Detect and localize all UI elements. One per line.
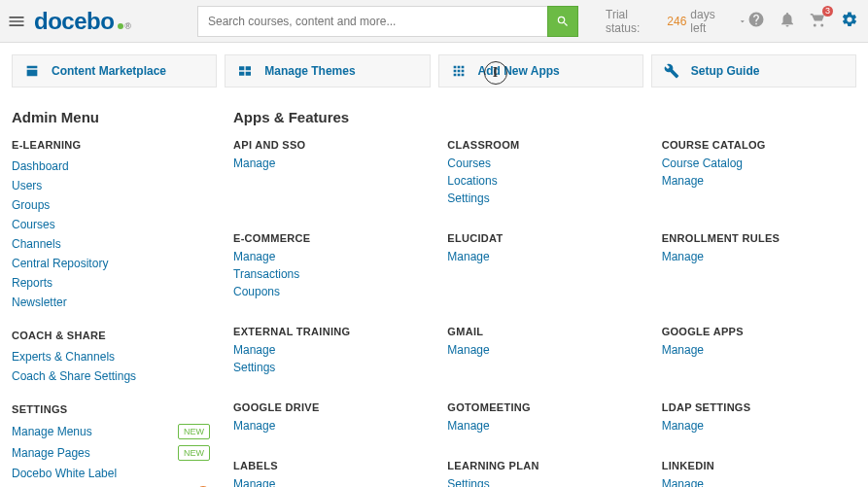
new-tag: NEW xyxy=(178,424,210,439)
feature-link[interactable]: Manage xyxy=(447,341,642,359)
add-new-apps-card[interactable]: Add New Apps I xyxy=(438,54,643,87)
feature-block: EXTERNAL TRAININGManageSettings xyxy=(233,326,428,376)
help-button[interactable] xyxy=(747,11,765,31)
search-icon xyxy=(556,15,570,28)
feature-block: CLASSROOMCoursesLocationsSettings xyxy=(447,139,642,207)
feature-link[interactable]: Manage xyxy=(233,248,428,265)
hamburger-menu-button[interactable] xyxy=(0,12,32,31)
sidebar-item: Manage PagesNEW xyxy=(12,442,210,464)
feature-block: LEARNING PLANSettingsManage xyxy=(447,460,642,487)
logo[interactable]: docebo ® xyxy=(32,8,139,35)
feature-title: COURSE CATALOG xyxy=(662,139,856,151)
card-label: Manage Themes xyxy=(264,64,355,78)
feature-title: GOTOMEETING xyxy=(447,401,642,413)
settings-button[interactable] xyxy=(841,11,858,31)
feature-block: ELUCIDATManage xyxy=(447,232,642,300)
sidebar-item: Courses xyxy=(12,215,210,234)
feature-link[interactable]: Settings xyxy=(447,475,642,487)
sidebar-link[interactable]: Reports xyxy=(12,276,52,290)
sidebar-item: Dashboard xyxy=(12,157,210,176)
sidebar-link[interactable]: Courses xyxy=(12,218,55,231)
themes-icon xyxy=(237,63,253,79)
cart-button[interactable]: 3 xyxy=(810,11,827,31)
notifications-button[interactable] xyxy=(779,11,796,31)
feature-link[interactable]: Settings xyxy=(233,359,428,376)
sidebar-item: Channels xyxy=(12,234,210,254)
cart-badge: 3 xyxy=(822,6,833,17)
feature-link[interactable]: Manage xyxy=(447,417,642,435)
sidebar-link[interactable]: Experts & Channels xyxy=(12,350,115,364)
features-grid: API AND SSOManageCLASSROOMCoursesLocatio… xyxy=(233,139,856,487)
trial-prefix: Trial status: xyxy=(606,8,663,35)
feature-link[interactable]: Manage xyxy=(662,341,856,359)
sidebar-item: Experts & Channels xyxy=(12,347,210,366)
feature-title: E-COMMERCE xyxy=(233,232,428,244)
hamburger-icon xyxy=(7,12,26,31)
feature-link[interactable]: Manage xyxy=(662,475,856,487)
sidebar-link[interactable]: Docebo White Label xyxy=(12,467,117,480)
feature-link[interactable]: Courses xyxy=(447,155,642,172)
card-label: Add New Apps xyxy=(478,64,560,78)
feature-block: GMAILManage xyxy=(447,326,642,376)
sidebar-link[interactable]: Manage Menus xyxy=(12,425,92,438)
feature-link[interactable]: Manage xyxy=(233,155,428,172)
feature-link[interactable]: Manage xyxy=(447,248,642,265)
logo-dot xyxy=(118,23,123,29)
new-tag: NEW xyxy=(178,445,210,461)
sidebar-link[interactable]: Groups xyxy=(12,198,50,212)
trial-status[interactable]: Trial status: 246 days left xyxy=(606,8,747,35)
sidebar-item: Coach & Share Settings xyxy=(12,366,210,386)
sidebar-item: Docebo White Label xyxy=(12,464,210,483)
feature-block: ENROLLMENT RULESManage xyxy=(662,232,856,300)
sidebar-item: Newsletter xyxy=(12,293,210,312)
sidebar-item: Reports xyxy=(12,273,210,293)
sidebar-link[interactable]: Manage Pages xyxy=(12,446,90,460)
sidebar-link[interactable]: Coach & Share Settings xyxy=(12,369,136,383)
feature-block: COURSE CATALOGCourse CatalogManage xyxy=(662,139,856,207)
feature-link[interactable]: Locations xyxy=(447,172,642,190)
feature-title: GOOGLE DRIVE xyxy=(233,401,428,413)
search-button[interactable] xyxy=(547,6,578,37)
sidebar-link[interactable]: Central Repository xyxy=(12,257,108,270)
sidebar-link[interactable]: Channels xyxy=(12,237,61,251)
feature-title: ENROLLMENT RULES xyxy=(662,232,856,244)
card-label: Content Marketplace xyxy=(52,64,166,78)
feature-title: EXTERNAL TRAINING xyxy=(233,326,428,337)
feature-block: GOOGLE APPSManage xyxy=(662,326,856,376)
sidebar: Admin Menu E-LEARNINGDashboardUsersGroup… xyxy=(12,99,210,487)
feature-link[interactable]: Manage xyxy=(233,341,428,359)
sidebar-link[interactable]: Users xyxy=(12,179,42,192)
sidebar-link[interactable]: Dashboard xyxy=(12,159,69,173)
feature-block: API AND SSOManage xyxy=(233,139,428,207)
sidebar-link[interactable]: Newsletter xyxy=(12,296,67,309)
trial-suffix: days left xyxy=(690,8,732,35)
feature-block: E-COMMERCEManageTransactionsCoupons xyxy=(233,232,428,300)
feature-link[interactable]: Coupons xyxy=(233,283,428,300)
search-input[interactable] xyxy=(197,6,547,37)
feature-link[interactable]: Manage xyxy=(662,417,856,435)
feature-link[interactable]: Manage xyxy=(233,475,428,487)
sidebar-item: Groups xyxy=(12,195,210,215)
feature-title: LABELS xyxy=(233,460,428,471)
top-bar: docebo ® Trial status: 246 days left 3 xyxy=(0,0,868,43)
sidebar-item: Main Menu Items! xyxy=(12,483,210,487)
feature-link[interactable]: Manage xyxy=(233,417,428,435)
setup-guide-card[interactable]: Setup Guide xyxy=(651,54,856,87)
gear-icon xyxy=(841,11,858,28)
top-icons: 3 xyxy=(747,11,868,31)
feature-link[interactable]: Course Catalog xyxy=(662,155,856,172)
sidebar-item: Central Repository xyxy=(12,254,210,273)
feature-block: LDAP SETTINGSManage xyxy=(662,401,856,435)
manage-themes-card[interactable]: Manage Themes xyxy=(225,54,430,87)
search-wrap xyxy=(197,6,578,37)
feature-link[interactable]: Transactions xyxy=(233,265,428,283)
content-marketplace-card[interactable]: Content Marketplace xyxy=(12,54,217,87)
content-title: Apps & Features xyxy=(233,109,856,125)
sidebar-group-heading: COACH & SHARE xyxy=(12,330,210,341)
chevron-down-icon xyxy=(738,17,747,26)
feature-link[interactable]: Settings xyxy=(447,190,642,207)
feature-block: LINKEDINManage xyxy=(662,460,856,487)
feature-link[interactable]: Manage xyxy=(662,248,856,265)
feature-link[interactable]: Manage xyxy=(662,172,856,190)
feature-title: LINKEDIN xyxy=(662,460,856,471)
